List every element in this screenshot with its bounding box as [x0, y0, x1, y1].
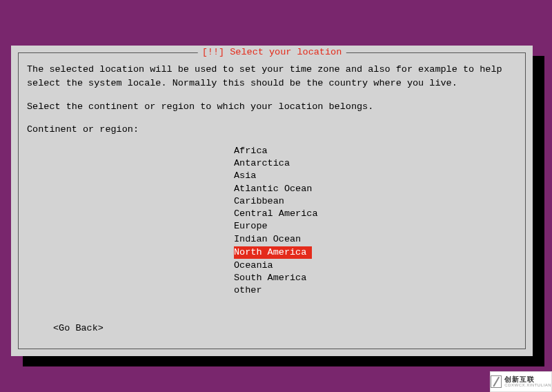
watermark-main: 创新互联: [504, 376, 551, 383]
dialog-description: The selected location will be used to se…: [27, 63, 517, 91]
region-item[interactable]: Central America: [234, 208, 517, 220]
dialog-frame: [!!] Select your location The selected l…: [18, 52, 526, 349]
region-item[interactable]: Caribbean: [234, 195, 517, 208]
watermark-sub: CDXWCX.XINTULIAN: [504, 383, 551, 387]
region-item[interactable]: Atlantic Ocean: [234, 183, 517, 195]
region-item[interactable]: Europe: [234, 220, 517, 233]
watermark-badge: 创新互联 CDXWCX.XINTULIAN: [490, 371, 552, 392]
region-item[interactable]: Antarctica: [234, 157, 517, 170]
field-label: Continent or region:: [27, 123, 517, 137]
location-dialog: [!!] Select your location The selected l…: [11, 46, 533, 356]
region-item[interactable]: other: [234, 284, 517, 297]
region-item[interactable]: Asia: [234, 170, 517, 182]
dialog-body: The selected location will be used to se…: [27, 63, 517, 297]
watermark-text: 创新互联 CDXWCX.XINTULIAN: [504, 376, 551, 387]
region-item[interactable]: South America: [234, 272, 517, 284]
watermark-logo-icon: [491, 375, 502, 388]
region-list: AfricaAntarcticaAsiaAtlantic OceanCaribb…: [234, 145, 517, 297]
region-item[interactable]: Oceania: [234, 259, 517, 272]
dialog-prompt: Select the continent or region to which …: [27, 100, 517, 114]
region-item[interactable]: Africa: [234, 145, 517, 157]
go-back-button[interactable]: <Go Back>: [53, 323, 103, 333]
region-item[interactable]: Indian Ocean: [234, 233, 517, 246]
region-item[interactable]: North America: [234, 246, 312, 259]
dialog-title: [!!] Select your location: [198, 47, 346, 57]
